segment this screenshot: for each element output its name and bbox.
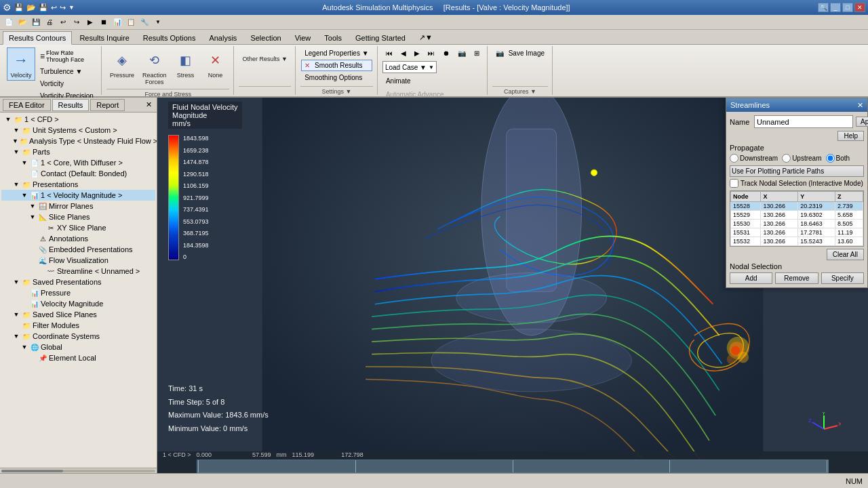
- specify-btn[interactable]: Specify: [821, 272, 864, 284]
- turbulence-btn[interactable]: Turbulence ▼: [37, 66, 97, 77]
- minimize-btn[interactable]: _: [830, 3, 841, 12]
- prev-frame-btn[interactable]: ◀: [397, 47, 410, 59]
- open-btn[interactable]: 📂: [16, 16, 28, 28]
- first-frame-btn[interactable]: ⏮: [382, 47, 396, 59]
- results-btn[interactable]: 📊: [111, 16, 123, 28]
- tab-results-inquire[interactable]: Results Inquire: [73, 31, 135, 44]
- tree-coord-systems[interactable]: ▼ 📁 Coordinate Systems: [1, 331, 155, 342]
- settings-btn[interactable]: 🔧: [138, 16, 151, 28]
- animate-btn[interactable]: Animate: [382, 75, 414, 87]
- tab-selection[interactable]: Selection: [244, 31, 287, 44]
- redo-icon[interactable]: ↪: [60, 3, 66, 12]
- tab-results[interactable]: Results: [52, 99, 90, 111]
- legend-properties-btn[interactable]: Legend Properties ▼: [301, 47, 372, 59]
- search-btn[interactable]: 🔍: [818, 3, 829, 12]
- tab-results-contours[interactable]: Results Contours: [3, 31, 72, 45]
- tab-results-options[interactable]: Results Options: [137, 31, 202, 44]
- grid-btn[interactable]: ⊞: [471, 47, 483, 59]
- flow-rate-btn[interactable]: ≡ Flow RateThrough Face: [37, 47, 97, 65]
- quick-save2-icon[interactable]: 💾: [39, 3, 48, 12]
- panel-close-btn[interactable]: ✕: [143, 100, 154, 110]
- table-row-3[interactable]: 15531 130.266 17.2781 11.19: [731, 228, 863, 237]
- tab-getting-started[interactable]: Getting Started: [349, 31, 412, 44]
- tree-mirror-planes[interactable]: ▼ 🪟 Mirror Planes: [1, 201, 155, 211]
- other-results-dropdown[interactable]: Other Results ▼: [239, 53, 290, 64]
- radio-upstream[interactable]: Upstream: [782, 154, 821, 163]
- none-btn[interactable]: ✕ None: [201, 47, 229, 81]
- tree-vel-mag-saved[interactable]: 📊 Velocity Magnitude: [1, 298, 155, 309]
- tree-core-diffuser[interactable]: ▼ 📄 1 < Core, With Diffuser >: [1, 157, 155, 168]
- table-row-4[interactable]: 15532 130.266 15.5243 13.60: [731, 237, 863, 246]
- tab-extra[interactable]: ↗▼: [413, 30, 439, 44]
- stress-btn[interactable]: ◧ Stress: [171, 47, 199, 81]
- toggle-cfd[interactable]: ▼: [4, 115, 12, 123]
- toggle-parts[interactable]: ▼: [12, 148, 20, 156]
- particle-paths-btn[interactable]: Use For Plotting Particle Paths: [730, 165, 864, 177]
- customize-btn[interactable]: ▼: [152, 16, 164, 28]
- undo-icon[interactable]: ↩: [51, 3, 57, 12]
- table-row-1[interactable]: 15529 130.266 19.6302 5.658: [731, 211, 863, 220]
- h-scrollbar-thumb[interactable]: [1, 470, 63, 472]
- report-btn[interactable]: 📋: [125, 16, 137, 28]
- track-nodal-checkbox[interactable]: Track Nodal Selection (Interactive Mode): [730, 179, 864, 188]
- record-btn[interactable]: ⏺: [439, 47, 453, 59]
- tree-saved-slice[interactable]: ▼ 📁 Saved Slice Planes: [1, 309, 155, 320]
- toggle-analysis[interactable]: ▼: [12, 137, 18, 145]
- toggle-saved-pres[interactable]: ▼: [12, 278, 20, 286]
- radio-downstream[interactable]: Downstream: [730, 154, 778, 163]
- tree-slice-planes[interactable]: ▼ 📐 Slice Planes: [1, 211, 155, 222]
- add-btn[interactable]: Add: [730, 272, 772, 284]
- table-row-0[interactable]: 15528 130.266 20.2319 2.739: [731, 202, 863, 211]
- tree-global[interactable]: ▼ 🌐 Global: [1, 342, 155, 352]
- toggle-units[interactable]: ▼: [12, 126, 20, 134]
- smooth-results-btn[interactable]: ✕ Smooth Results: [301, 60, 372, 71]
- tree-unit-systems[interactable]: ▼ 📁 Unit Systems < Custom >: [1, 125, 155, 136]
- tree-embedded-presentations[interactable]: 📎 Embedded Presentations: [1, 244, 155, 255]
- tab-report[interactable]: Report: [90, 99, 125, 111]
- screenshot-btn[interactable]: 📷: [454, 47, 469, 59]
- tab-fea-editor[interactable]: FEA Editor: [3, 99, 51, 111]
- close-btn[interactable]: ✕: [854, 3, 865, 12]
- toggle-vel-mag[interactable]: ▼: [20, 191, 28, 199]
- tree-annotations[interactable]: ⚠ Annotations: [1, 233, 155, 244]
- tab-tools[interactable]: Tools: [318, 31, 348, 44]
- redo-btn[interactable]: ↪: [71, 16, 83, 28]
- toggle-core[interactable]: ▼: [20, 159, 28, 167]
- tree-analysis-type[interactable]: ▼ 📁 Analysis Type < Unsteady Fluid Flow …: [1, 136, 155, 146]
- tree-filter-modules[interactable]: 📁 Filter Modules: [1, 320, 155, 331]
- tree-flow-viz[interactable]: 🌊 Flow Visualization: [1, 255, 155, 266]
- quick-open-icon[interactable]: 📂: [26, 3, 36, 12]
- tree-presentations[interactable]: ▼ 📁 Presentations: [1, 179, 155, 190]
- pressure-btn[interactable]: ◈ Pressure: [106, 47, 138, 81]
- velocity-btn[interactable]: → Velocity: [7, 47, 35, 81]
- vorticity-btn[interactable]: Vorticity: [37, 78, 97, 89]
- toggle-coord[interactable]: ▼: [12, 332, 20, 340]
- toolbar-dropdown[interactable]: ▼: [68, 4, 75, 11]
- last-frame-btn[interactable]: ⏭: [425, 47, 438, 59]
- tree-contact[interactable]: 📄 Contact (Default: Bonded): [1, 168, 155, 179]
- undo-btn[interactable]: ↩: [57, 16, 69, 28]
- print-btn[interactable]: 🖨: [43, 16, 56, 28]
- ruler-bar[interactable]: [197, 460, 829, 473]
- tree-element-local[interactable]: 📌 Element Local: [1, 352, 155, 363]
- quick-save-icon[interactable]: 💾: [14, 3, 24, 12]
- stop-btn[interactable]: ⏹: [98, 16, 110, 28]
- help-btn[interactable]: Help: [837, 131, 864, 141]
- new-btn[interactable]: 📄: [3, 16, 15, 28]
- toggle-mirror[interactable]: ▼: [28, 202, 37, 210]
- tree-streamline[interactable]: 〰 Streamline < Unnamed >: [1, 266, 155, 277]
- tree-parts[interactable]: ▼ 📁 Parts: [1, 146, 155, 157]
- toggle-presentations[interactable]: ▼: [12, 180, 20, 188]
- toggle-slice[interactable]: ▼: [28, 213, 37, 221]
- tree-velocity-magnitude[interactable]: ▼ 📊 1 < Velocity Magnitude >: [1, 190, 155, 201]
- tree-saved-presentations[interactable]: ▼ 📁 Saved Presentations: [1, 277, 155, 287]
- reaction-forces-btn[interactable]: ⟲ ReactionForces: [139, 47, 170, 87]
- tab-view[interactable]: View: [289, 31, 317, 44]
- toggle-global[interactable]: ▼: [20, 343, 28, 351]
- save-image-btn[interactable]: 📷 Save Image: [492, 47, 548, 59]
- remove-btn[interactable]: Remove: [775, 272, 818, 284]
- run-btn[interactable]: ▶: [84, 16, 96, 28]
- maximize-btn[interactable]: □: [842, 3, 853, 12]
- tree-pressure-saved[interactable]: 📊 Pressure: [1, 287, 155, 298]
- streamlines-close-btn[interactable]: ✕: [857, 101, 863, 110]
